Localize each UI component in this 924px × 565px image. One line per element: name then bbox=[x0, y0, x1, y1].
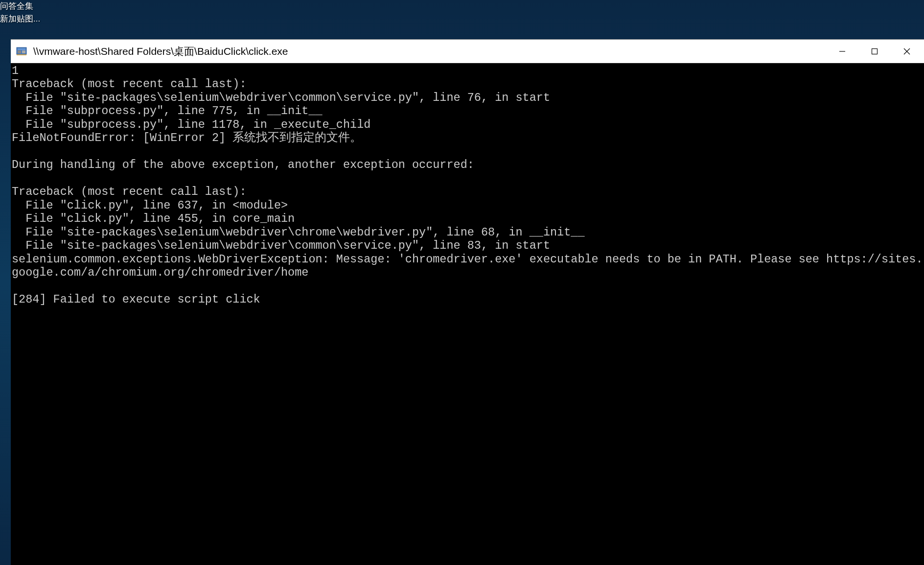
console-output[interactable]: 1 Traceback (most recent call last): Fil… bbox=[11, 63, 924, 565]
window-titlebar[interactable]: \\vmware-host\Shared Folders\桌面\BaiduCli… bbox=[11, 40, 924, 63]
minimize-button[interactable] bbox=[826, 40, 858, 63]
app-icon bbox=[16, 46, 27, 57]
desktop-icons-area: 问答全集 新加贴图... bbox=[0, 0, 49, 25]
maximize-icon bbox=[871, 48, 878, 55]
console-window: \\vmware-host\Shared Folders\桌面\BaiduCli… bbox=[11, 39, 924, 565]
window-controls bbox=[826, 40, 923, 63]
window-title: \\vmware-host\Shared Folders\桌面\BaiduCli… bbox=[33, 45, 826, 58]
svg-rect-4 bbox=[17, 54, 26, 55]
desktop-icon-label[interactable]: 问答全集 bbox=[0, 0, 49, 13]
svg-rect-3 bbox=[22, 50, 25, 53]
close-icon bbox=[903, 48, 910, 55]
desktop-icon-label[interactable]: 新加贴图... bbox=[0, 13, 49, 25]
svg-rect-1 bbox=[18, 48, 25, 50]
maximize-button[interactable] bbox=[858, 40, 891, 63]
svg-rect-6 bbox=[872, 48, 878, 54]
minimize-icon bbox=[839, 48, 846, 55]
close-button[interactable] bbox=[891, 40, 923, 63]
svg-rect-2 bbox=[18, 50, 21, 53]
